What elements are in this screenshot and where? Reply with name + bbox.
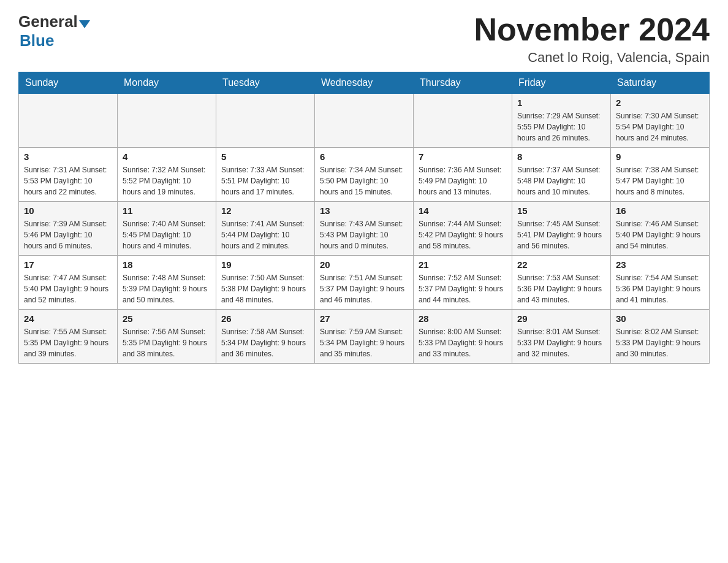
column-header-tuesday: Tuesday: [216, 72, 315, 94]
title-section: November 2024 Canet lo Roig, Valencia, S…: [474, 12, 710, 66]
calendar-cell: 26Sunrise: 7:58 AM Sunset: 5:34 PM Dayli…: [216, 310, 315, 364]
day-info: Sunrise: 7:48 AM Sunset: 5:39 PM Dayligh…: [123, 272, 211, 305]
calendar-week-row: 3Sunrise: 7:31 AM Sunset: 5:53 PM Daylig…: [19, 148, 710, 202]
calendar-cell: 2Sunrise: 7:30 AM Sunset: 5:54 PM Daylig…: [611, 94, 710, 148]
day-info: Sunrise: 7:55 AM Sunset: 5:35 PM Dayligh…: [24, 326, 112, 359]
day-number: 27: [320, 313, 408, 324]
calendar-cell: 12Sunrise: 7:41 AM Sunset: 5:44 PM Dayli…: [216, 202, 315, 256]
calendar-cell: 4Sunrise: 7:32 AM Sunset: 5:52 PM Daylig…: [118, 148, 216, 202]
day-number: 13: [320, 205, 408, 216]
day-info: Sunrise: 7:31 AM Sunset: 5:53 PM Dayligh…: [24, 164, 112, 197]
day-info: Sunrise: 7:33 AM Sunset: 5:51 PM Dayligh…: [221, 164, 309, 197]
day-info: Sunrise: 7:43 AM Sunset: 5:43 PM Dayligh…: [320, 218, 408, 251]
location-title: Canet lo Roig, Valencia, Spain: [474, 50, 710, 66]
day-number: 6: [320, 151, 408, 162]
page-header: General Blue November 2024 Canet lo Roig…: [18, 12, 710, 66]
day-number: 9: [616, 151, 704, 162]
calendar-cell: 30Sunrise: 8:02 AM Sunset: 5:33 PM Dayli…: [611, 310, 710, 364]
calendar-table: SundayMondayTuesdayWednesdayThursdayFrid…: [18, 72, 710, 364]
day-number: 14: [419, 205, 507, 216]
day-info: Sunrise: 7:56 AM Sunset: 5:35 PM Dayligh…: [123, 326, 211, 359]
logo-general-text: General: [18, 12, 78, 31]
calendar-week-row: 24Sunrise: 7:55 AM Sunset: 5:35 PM Dayli…: [19, 310, 710, 364]
calendar-cell: 19Sunrise: 7:50 AM Sunset: 5:38 PM Dayli…: [216, 256, 315, 310]
calendar-cell: 18Sunrise: 7:48 AM Sunset: 5:39 PM Dayli…: [118, 256, 216, 310]
month-title: November 2024: [474, 12, 710, 47]
column-header-saturday: Saturday: [611, 72, 710, 94]
day-info: Sunrise: 7:36 AM Sunset: 5:49 PM Dayligh…: [419, 164, 507, 197]
day-number: 10: [24, 205, 112, 216]
calendar-cell: 15Sunrise: 7:45 AM Sunset: 5:41 PM Dayli…: [512, 202, 611, 256]
calendar-week-row: 10Sunrise: 7:39 AM Sunset: 5:46 PM Dayli…: [19, 202, 710, 256]
day-number: 26: [221, 313, 309, 324]
day-number: 11: [123, 205, 211, 216]
day-info: Sunrise: 7:47 AM Sunset: 5:40 PM Dayligh…: [24, 272, 112, 305]
calendar-cell: 1Sunrise: 7:29 AM Sunset: 5:55 PM Daylig…: [512, 94, 611, 148]
calendar-cell: 9Sunrise: 7:38 AM Sunset: 5:47 PM Daylig…: [611, 148, 710, 202]
calendar-cell: 28Sunrise: 8:00 AM Sunset: 5:33 PM Dayli…: [414, 310, 512, 364]
day-number: 29: [517, 313, 605, 324]
day-info: Sunrise: 7:41 AM Sunset: 5:44 PM Dayligh…: [221, 218, 309, 251]
calendar-cell: 7Sunrise: 7:36 AM Sunset: 5:49 PM Daylig…: [414, 148, 512, 202]
day-info: Sunrise: 7:29 AM Sunset: 5:55 PM Dayligh…: [517, 110, 605, 144]
calendar-cell: 27Sunrise: 7:59 AM Sunset: 5:34 PM Dayli…: [315, 310, 414, 364]
day-info: Sunrise: 7:45 AM Sunset: 5:41 PM Dayligh…: [517, 218, 605, 251]
day-info: Sunrise: 7:53 AM Sunset: 5:36 PM Dayligh…: [517, 272, 605, 305]
day-info: Sunrise: 8:02 AM Sunset: 5:33 PM Dayligh…: [616, 326, 704, 359]
day-number: 20: [320, 259, 408, 270]
calendar-cell: 6Sunrise: 7:34 AM Sunset: 5:50 PM Daylig…: [315, 148, 414, 202]
column-header-friday: Friday: [512, 72, 611, 94]
calendar-cell: 13Sunrise: 7:43 AM Sunset: 5:43 PM Dayli…: [315, 202, 414, 256]
calendar-cell: [414, 94, 512, 148]
calendar-cell: 22Sunrise: 7:53 AM Sunset: 5:36 PM Dayli…: [512, 256, 611, 310]
calendar-cell: 24Sunrise: 7:55 AM Sunset: 5:35 PM Dayli…: [19, 310, 118, 364]
day-number: 22: [517, 259, 605, 270]
calendar-header-row: SundayMondayTuesdayWednesdayThursdayFrid…: [19, 72, 710, 94]
calendar-cell: 23Sunrise: 7:54 AM Sunset: 5:36 PM Dayli…: [611, 256, 710, 310]
day-number: 12: [221, 205, 309, 216]
calendar-cell: 11Sunrise: 7:40 AM Sunset: 5:45 PM Dayli…: [118, 202, 216, 256]
column-header-wednesday: Wednesday: [315, 72, 414, 94]
day-number: 3: [24, 151, 112, 162]
day-number: 23: [616, 259, 704, 270]
calendar-week-row: 1Sunrise: 7:29 AM Sunset: 5:55 PM Daylig…: [19, 94, 710, 148]
day-info: Sunrise: 7:58 AM Sunset: 5:34 PM Dayligh…: [221, 326, 309, 359]
logo-blue-text: Blue: [20, 31, 54, 50]
calendar-cell: 10Sunrise: 7:39 AM Sunset: 5:46 PM Dayli…: [19, 202, 118, 256]
day-info: Sunrise: 7:39 AM Sunset: 5:46 PM Dayligh…: [24, 218, 112, 251]
day-info: Sunrise: 7:34 AM Sunset: 5:50 PM Dayligh…: [320, 164, 408, 197]
calendar-cell: 25Sunrise: 7:56 AM Sunset: 5:35 PM Dayli…: [118, 310, 216, 364]
logo-arrow-icon: [79, 20, 90, 28]
day-info: Sunrise: 7:52 AM Sunset: 5:37 PM Dayligh…: [419, 272, 507, 305]
logo: General Blue: [18, 12, 90, 50]
column-header-thursday: Thursday: [414, 72, 512, 94]
column-header-monday: Monday: [118, 72, 216, 94]
day-info: Sunrise: 8:00 AM Sunset: 5:33 PM Dayligh…: [419, 326, 507, 359]
day-info: Sunrise: 7:32 AM Sunset: 5:52 PM Dayligh…: [123, 164, 211, 197]
calendar-cell: 3Sunrise: 7:31 AM Sunset: 5:53 PM Daylig…: [19, 148, 118, 202]
day-number: 15: [517, 205, 605, 216]
column-header-sunday: Sunday: [19, 72, 118, 94]
calendar-cell: 8Sunrise: 7:37 AM Sunset: 5:48 PM Daylig…: [512, 148, 611, 202]
calendar-cell: 17Sunrise: 7:47 AM Sunset: 5:40 PM Dayli…: [19, 256, 118, 310]
day-info: Sunrise: 7:54 AM Sunset: 5:36 PM Dayligh…: [616, 272, 704, 305]
day-info: Sunrise: 7:50 AM Sunset: 5:38 PM Dayligh…: [221, 272, 309, 305]
day-info: Sunrise: 7:38 AM Sunset: 5:47 PM Dayligh…: [616, 164, 704, 197]
day-number: 21: [419, 259, 507, 270]
day-number: 18: [123, 259, 211, 270]
day-info: Sunrise: 7:40 AM Sunset: 5:45 PM Dayligh…: [123, 218, 211, 251]
calendar-cell: 20Sunrise: 7:51 AM Sunset: 5:37 PM Dayli…: [315, 256, 414, 310]
calendar-cell: [19, 94, 118, 148]
calendar-cell: [118, 94, 216, 148]
day-number: 28: [419, 313, 507, 324]
day-info: Sunrise: 7:37 AM Sunset: 5:48 PM Dayligh…: [517, 164, 605, 197]
day-info: Sunrise: 7:59 AM Sunset: 5:34 PM Dayligh…: [320, 326, 408, 359]
day-number: 2: [616, 98, 704, 108]
calendar-cell: 21Sunrise: 7:52 AM Sunset: 5:37 PM Dayli…: [414, 256, 512, 310]
calendar-cell: [315, 94, 414, 148]
calendar-cell: 16Sunrise: 7:46 AM Sunset: 5:40 PM Dayli…: [611, 202, 710, 256]
day-number: 24: [24, 313, 112, 324]
calendar-cell: 5Sunrise: 7:33 AM Sunset: 5:51 PM Daylig…: [216, 148, 315, 202]
day-info: Sunrise: 7:46 AM Sunset: 5:40 PM Dayligh…: [616, 218, 704, 251]
day-number: 16: [616, 205, 704, 216]
